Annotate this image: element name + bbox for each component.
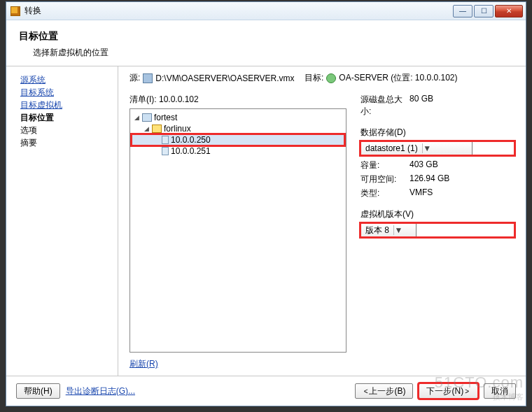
chevron-right-icon: > xyxy=(463,388,470,395)
vmversion-highlight: 版本 8 ▼ xyxy=(360,223,514,237)
source-disk-size-value: 80 GB xyxy=(410,94,433,118)
next-button[interactable]: 下一步(N) > xyxy=(419,383,478,399)
target-label: 目标: xyxy=(304,72,323,84)
folder-icon xyxy=(152,125,162,133)
sidebar-item-target-location: 目标位置 xyxy=(20,111,112,124)
tree-node-label: 10.0.0.251 xyxy=(171,145,211,157)
sidebar-item-summary: 摘要 xyxy=(20,136,112,149)
refresh-link[interactable]: 刷新(R) xyxy=(130,359,158,369)
details-column: 源磁盘总大小: 80 GB 数据存储(D) datastore1 (1) ▼ 容… xyxy=(360,94,514,370)
target-info: 目标: OA-SERVER (位置: 10.0.0.102) xyxy=(304,72,514,84)
tree-node[interactable]: 10.0.0.251 xyxy=(132,145,344,157)
source-disk-size: 源磁盘总大小: 80 GB xyxy=(360,94,514,118)
next-label: 下一步(N) xyxy=(426,385,463,397)
tree-root-label: fortest xyxy=(154,112,177,123)
wizard-header: 目标位置 选择新虚拟机的位置 xyxy=(6,20,526,66)
maximize-button[interactable]: ☐ xyxy=(474,5,493,17)
back-label: 上一步(B) xyxy=(369,385,405,397)
wizard-body: 源系统 目标系统 目标虚拟机 目标位置 选项 摘要 源: D:\VM\OASER… xyxy=(6,66,526,376)
capacity-label: 容量: xyxy=(360,159,410,171)
disk-icon xyxy=(143,73,153,83)
datastore-highlight: datastore1 (1) ▼ xyxy=(360,141,514,155)
help-label: 帮助(H) xyxy=(24,385,52,397)
chevron-left-icon: < xyxy=(363,388,370,395)
sidebar-item-target-vm[interactable]: 目标虚拟机 xyxy=(20,99,112,111)
step-sidebar: 源系统 目标系统 目标虚拟机 目标位置 选项 摘要 xyxy=(6,66,118,376)
expand-icon[interactable]: ◢ xyxy=(133,112,140,123)
source-path: D:\VM\OASERVER\OASERVER.vmx xyxy=(155,73,294,83)
freespace-value: 126.94 GB xyxy=(410,173,449,185)
main-pane: 源: D:\VM\OASERVER\OASERVER.vmx 目标: OA-SE… xyxy=(118,66,526,376)
chevron-down-icon: ▼ xyxy=(393,225,403,235)
datastore-combo[interactable]: datastore1 (1) ▼ xyxy=(360,141,472,155)
host-node-icon xyxy=(162,136,169,144)
wizard-footer: 帮助(H) 导出诊断日志(G)... < 上一步(B) 下一步(N) > 取消 xyxy=(6,376,526,406)
tree-node-label: 10.0.0.250 xyxy=(171,134,211,145)
export-log-link[interactable]: 导出诊断日志(G)... xyxy=(66,385,135,397)
sidebar-item-target-system[interactable]: 目标系统 xyxy=(20,86,112,99)
back-button[interactable]: < 上一步(B) xyxy=(355,383,414,399)
host-node-icon xyxy=(162,147,169,155)
datastore-selected: datastore1 (1) xyxy=(365,143,418,153)
inventory-tree[interactable]: ◢ fortest ◢ forlinux 10.0.0.250 xyxy=(130,108,346,353)
capacity-value: 403 GB xyxy=(410,159,438,171)
tree-node-selected[interactable]: 10.0.0.250 xyxy=(132,134,344,145)
minimize-button[interactable]: — xyxy=(453,5,472,17)
page-title: 目标位置 xyxy=(19,30,513,43)
datastore-label: 数据存储(D) xyxy=(360,127,514,138)
tree-folder-label: forlinux xyxy=(164,123,191,134)
server-icon xyxy=(326,73,336,83)
type-row: 类型: VMFS xyxy=(360,187,514,199)
refresh-row: 刷新(R) xyxy=(130,358,346,370)
source-label: 源: xyxy=(130,72,140,84)
source-info: 源: D:\VM\OASERVER\OASERVER.vmx xyxy=(130,72,299,84)
type-value: VMFS xyxy=(410,187,433,199)
title-bar: 转换 — ☐ ✕ xyxy=(6,2,526,20)
window-title: 转换 xyxy=(24,5,453,17)
window-controls: — ☐ ✕ xyxy=(453,5,523,17)
help-button[interactable]: 帮助(H) xyxy=(16,383,60,399)
capacity-row: 容量: 403 GB xyxy=(360,159,514,171)
source-disk-size-label: 源磁盘总大小: xyxy=(360,94,410,118)
tree-folder[interactable]: ◢ forlinux xyxy=(132,123,344,134)
sidebar-item-source-system[interactable]: 源系统 xyxy=(20,73,112,86)
source-target-row: 源: D:\VM\OASERVER\OASERVER.vmx 目标: OA-SE… xyxy=(130,72,514,84)
convert-dialog: 转换 — ☐ ✕ 目标位置 选择新虚拟机的位置 源系统 目标系统 目标虚拟机 目… xyxy=(6,1,526,406)
content-row: 清单(I): 10.0.0.102 ◢ fortest ◢ forlinux xyxy=(130,94,514,370)
freespace-label: 可用空间: xyxy=(360,173,410,185)
tree-root[interactable]: ◢ fortest xyxy=(132,112,344,123)
cancel-label: 取消 xyxy=(491,385,508,397)
freespace-row: 可用空间: 126.94 GB xyxy=(360,173,514,185)
target-name: OA-SERVER (位置: 10.0.0.102) xyxy=(339,72,457,84)
inventory-label: 清单(I): 10.0.0.102 xyxy=(130,94,346,106)
vmversion-label: 虚拟机版本(V) xyxy=(360,208,514,220)
cancel-button[interactable]: 取消 xyxy=(484,383,516,399)
page-subtitle: 选择新虚拟机的位置 xyxy=(33,47,513,59)
host-icon xyxy=(142,113,152,122)
type-label: 类型: xyxy=(360,187,410,199)
expand-icon[interactable]: ◢ xyxy=(143,123,150,134)
vmversion-combo[interactable]: 版本 8 ▼ xyxy=(360,223,416,237)
chevron-down-icon: ▼ xyxy=(422,143,432,153)
inventory-column: 清单(I): 10.0.0.102 ◢ fortest ◢ forlinux xyxy=(130,94,346,370)
app-icon xyxy=(10,6,20,16)
close-button[interactable]: ✕ xyxy=(495,5,523,17)
sidebar-item-options: 选项 xyxy=(20,124,112,136)
vmversion-selected: 版本 8 xyxy=(365,225,389,236)
